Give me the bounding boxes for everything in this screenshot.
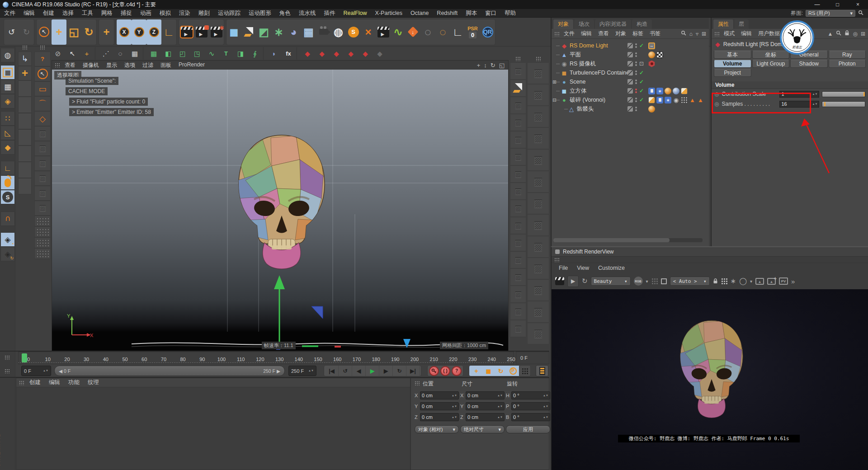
sculpt-tool-5-icon[interactable]: ▨ <box>34 186 51 201</box>
go-start-button[interactable]: |◀ <box>325 366 339 376</box>
render-slate-icon[interactable] <box>555 277 564 285</box>
edges-mode-icon[interactable]: ◺ <box>0 126 15 140</box>
sketch-icon[interactable]: S <box>346 19 361 45</box>
modeling-tool-a12[interactable]: ▨ <box>510 268 526 286</box>
lock-y-icon[interactable]: Y <box>132 19 146 45</box>
add-icon[interactable]: ⊞ <box>702 31 706 37</box>
param-slider[interactable] <box>822 91 865 97</box>
modeling-tool-a9[interactable]: ▨ <box>510 217 526 234</box>
cube-points-icon[interactable]: ◧ <box>161 47 175 60</box>
coord-field[interactable]: 0 cm▲▼ <box>420 413 459 421</box>
dot-palette-3[interactable] <box>34 237 51 248</box>
apply-button[interactable]: 应用 <box>506 425 550 433</box>
menu-运动图形[interactable]: 运动图形 <box>245 9 275 17</box>
chevron-down-icon[interactable]: ▾ <box>646 279 648 284</box>
menu-选择[interactable]: 选择 <box>58 9 78 17</box>
rgb-channels-icon[interactable]: RGB <box>634 277 643 286</box>
tab-内容浏览器[interactable]: 内容浏览器 <box>595 19 631 29</box>
modeling-tool-b4[interactable]: ▨ <box>527 149 549 171</box>
next-frame-button[interactable]: ▶ <box>379 366 393 376</box>
menu-Redshift[interactable]: Redshift <box>433 9 462 17</box>
drag-grip[interactable] <box>19 381 24 385</box>
viewport-menu-ProRender[interactable]: ProRender <box>175 61 208 68</box>
coord-field[interactable]: 0 cm▲▼ <box>420 391 459 400</box>
coord-field[interactable]: 0 °▲▼ <box>511 391 550 400</box>
modeling-tool-a10[interactable]: ▨ <box>510 234 526 251</box>
play-button[interactable]: ▶ <box>366 366 379 376</box>
mat-tag-icon[interactable] <box>665 88 671 94</box>
scale-icon[interactable]: ◱ <box>66 19 81 45</box>
sculpt-tool-3-icon[interactable]: ▨ <box>34 156 51 171</box>
modeling-tool-a2[interactable]: ▨ <box>510 97 526 114</box>
menu-帮助[interactable]: 帮助 <box>500 9 520 17</box>
sculpt-tool-2-icon[interactable]: ▨ <box>34 141 51 156</box>
om-menu-对象[interactable]: 对象 <box>612 30 629 38</box>
modeling-tool-a4[interactable]: ▨ <box>510 131 526 148</box>
menu-脚本[interactable]: 脚本 <box>462 9 481 17</box>
modeling-tool-b9[interactable]: ▨ <box>527 258 549 279</box>
spinner-icon[interactable]: ▲▼ <box>452 405 457 408</box>
drag-grip[interactable] <box>554 258 560 262</box>
lattice-icon[interactable]: ▦ <box>146 47 161 60</box>
menu-雕刻[interactable]: 雕刻 <box>194 9 214 17</box>
camera-icon[interactable] <box>316 19 331 45</box>
spinner-icon[interactable]: ▲▼ <box>543 416 548 418</box>
visibility-dots[interactable] <box>635 107 637 111</box>
skull-model[interactable] <box>232 131 331 280</box>
tab-属性[interactable]: 属性 <box>713 19 733 29</box>
coord-dropdown[interactable]: 绝对尺寸▾ <box>460 425 505 433</box>
viewport-canvas[interactable]: Y X 透视视图 Simulation "Scene":CACHE MODE> … <box>52 70 508 351</box>
dome-tag-icon[interactable]: ↔ <box>648 42 655 49</box>
drag-grip[interactable] <box>55 63 60 67</box>
param-field[interactable]: 16▲▼ <box>779 101 819 108</box>
menu-插件[interactable]: 插件 <box>320 9 340 17</box>
tab-场次[interactable]: 场次 <box>574 19 594 29</box>
menu-角色[interactable]: 角色 <box>275 9 295 17</box>
organic-icon[interactable]: ∿ <box>391 19 406 45</box>
spline-points-icon[interactable]: ∿ <box>204 47 219 60</box>
dither-icon[interactable] <box>651 278 658 284</box>
record-auto-button[interactable]: ( ) <box>440 366 450 376</box>
empty-slot[interactable] <box>18 146 32 162</box>
modeling-tool-b5[interactable]: ▨ <box>527 171 549 193</box>
history-icon[interactable]: ▲ <box>828 31 833 37</box>
realflow-icon[interactable]: ▶ <box>376 19 391 45</box>
render-settings-icon[interactable]: ▶ <box>209 19 224 45</box>
key-position-button[interactable]: + <box>470 366 482 376</box>
pan-view-icon[interactable]: + <box>477 62 481 69</box>
modeling-tool-b1[interactable]: ▨ <box>527 84 549 106</box>
pass-dropdown[interactable]: Beauty▾ <box>591 277 631 286</box>
empty-slot[interactable] <box>18 113 32 129</box>
lock-z-icon[interactable]: Z <box>146 19 161 45</box>
enabled-check-icon[interactable]: ✓ <box>639 88 644 94</box>
rscam-tag-icon[interactable] <box>648 61 655 67</box>
live-select-icon[interactable]: ↖ <box>37 19 52 45</box>
rv-menu-View[interactable]: View <box>573 263 593 273</box>
lock-icon[interactable] <box>844 30 849 37</box>
menu-窗口[interactable]: 窗口 <box>481 9 500 17</box>
empty-slot[interactable] <box>18 178 32 194</box>
drag-grip[interactable] <box>5 355 10 360</box>
playhead[interactable] <box>22 353 27 362</box>
visibility-dots[interactable] <box>635 80 637 84</box>
modeling-tool-a3[interactable]: ▨ <box>510 114 526 131</box>
menu-运动跟踪[interactable]: 运动跟踪 <box>214 9 245 17</box>
visibility-dots[interactable] <box>635 98 637 102</box>
om-menu-标签[interactable]: 标签 <box>629 30 646 38</box>
rs-light-disabled-icon[interactable]: ◆ <box>373 47 387 60</box>
coord-field[interactable]: 0 cm▲▼ <box>466 413 505 421</box>
empty-slot[interactable] <box>18 80 32 97</box>
film-button[interactable] <box>536 365 548 376</box>
drag-grip[interactable] <box>536 56 541 61</box>
timeline-ruler[interactable]: 0102030405060708090100110120130140150160… <box>18 352 514 364</box>
empty-slot[interactable] <box>18 129 32 146</box>
spinner-icon[interactable]: ▲▼ <box>812 93 818 95</box>
modeling-tool-a6[interactable]: ▨ <box>510 165 526 183</box>
modeling-tool-a5[interactable]: ▨ <box>510 148 526 165</box>
drag-grip[interactable] <box>714 32 720 36</box>
record-key-button[interactable] <box>429 366 439 376</box>
rv-menu-Customize[interactable]: Customize <box>594 263 628 273</box>
crop-icon[interactable] <box>661 278 667 284</box>
spinner-icon[interactable]: ▲▼ <box>497 416 503 418</box>
attr-tab-Ray[interactable]: Ray <box>829 51 866 59</box>
